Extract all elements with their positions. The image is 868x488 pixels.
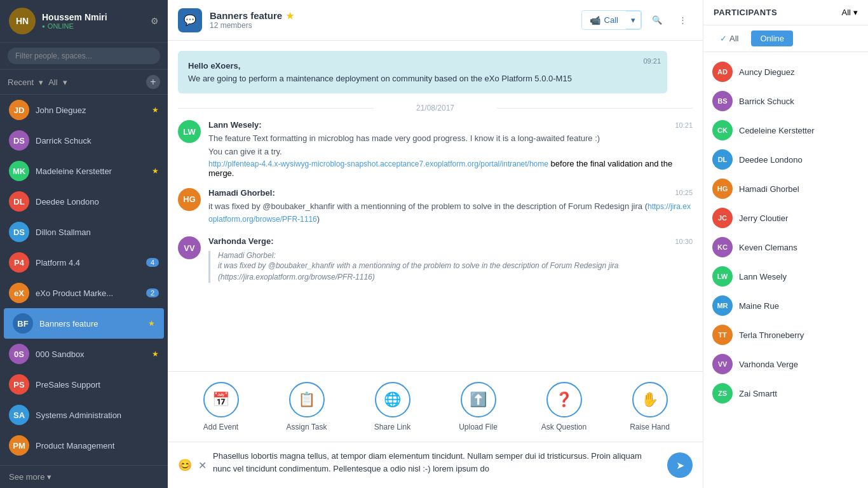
- participant-name: Zai Smartt: [739, 389, 777, 398]
- participant-name: Deedee Londono: [739, 155, 803, 165]
- message-time: 10:21: [675, 121, 693, 129]
- participant-item[interactable]: LW Lann Wesely: [703, 262, 868, 291]
- ask-question-icon: ❓: [546, 382, 582, 417]
- participant-avatar: MR: [712, 295, 733, 316]
- participant-name: Cedeleine Kerstetter: [739, 126, 815, 135]
- message-time: 10:25: [675, 189, 693, 196]
- participant-item[interactable]: KC Keven Clemans: [703, 233, 868, 262]
- share-link-button[interactable]: 🌐 Share Link: [367, 382, 418, 431]
- search-input[interactable]: [8, 48, 160, 64]
- call-dropdown-button[interactable]: ▾: [626, 11, 641, 29]
- call-button[interactable]: 📹 Call: [582, 11, 626, 29]
- sidebar-item-productmgmt[interactable]: PM Product Management: [0, 430, 168, 461]
- chat-input-area: 😊 ✕ ➤: [168, 442, 703, 488]
- sidebar-item-madeleine[interactable]: MK Madeleine Kerstetter ★: [0, 156, 168, 186]
- participants-list: AD Auncy Dieguez BS Barrick Schuck CK Ce…: [703, 52, 868, 488]
- participant-item[interactable]: ZS Zai Smartt: [703, 379, 868, 408]
- sidebar-item-banners[interactable]: BF Banners feature ★: [4, 308, 164, 339]
- send-button[interactable]: ➤: [667, 452, 693, 478]
- sidebar-item-darrick[interactable]: DS Darrick Schuck: [0, 125, 168, 156]
- emoji-button[interactable]: 😊: [178, 458, 192, 472]
- search-chat-button[interactable]: 🔍: [647, 10, 667, 30]
- participant-avatar: VV: [712, 354, 733, 374]
- banner-message: Hello eXoers, We are going to perform a …: [178, 51, 693, 93]
- message-list: Hello eXoers, We are going to perform a …: [168, 41, 703, 371]
- participants-filter-row: ✓ All Online: [703, 25, 868, 52]
- message-body: Hamadi Ghorbel: 10:25 it was fixed by @b…: [208, 188, 693, 227]
- sidebar-item-support[interactable]: ST Support Team: [0, 461, 168, 465]
- quote-text: it was fixed by @boubaker_khanfir with a…: [218, 260, 693, 283]
- filter-online-button[interactable]: Online: [751, 30, 793, 46]
- filter-all-button[interactable]: ✓ All: [711, 30, 747, 46]
- item-name: Systems Administration: [36, 410, 159, 420]
- participant-name: Barrick Schuck: [739, 97, 794, 106]
- item-name: Madeleine Kerstetter: [36, 166, 146, 176]
- item-avatar: SA: [9, 405, 29, 425]
- sidebar-item-john[interactable]: JD John Dieguez ★: [0, 95, 168, 125]
- star-icon: ★: [152, 166, 159, 175]
- participant-item[interactable]: JC Jerry Cloutier: [703, 203, 868, 233]
- see-more-button[interactable]: See more ▾: [0, 465, 168, 488]
- participant-name: Auncy Dieguez: [739, 67, 794, 77]
- avatar: HN: [9, 8, 36, 34]
- upload-file-button[interactable]: ⬆️ Upload File: [453, 382, 504, 431]
- add-event-label: Add Event: [203, 423, 238, 431]
- participants-title: PARTICIPANTS: [714, 8, 777, 17]
- sidebar-item-platform44[interactable]: P4 Platform 4.4 4: [0, 247, 168, 278]
- participant-avatar: HG: [712, 179, 733, 199]
- participant-item[interactable]: AD Auncy Dieguez: [703, 57, 868, 86]
- participant-item[interactable]: CK Cedeleine Kerstetter: [703, 116, 868, 145]
- all-filter[interactable]: All: [48, 78, 57, 87]
- assign-task-button[interactable]: 📋 Assign Task: [281, 382, 332, 431]
- participant-avatar: TT: [712, 325, 733, 345]
- participant-item[interactable]: BS Barrick Schuck: [703, 86, 868, 116]
- recent-filter[interactable]: Recent: [8, 78, 34, 87]
- share-link-icon: 🌐: [375, 382, 410, 417]
- message-link-container: http://plfenteap-4.4.x-wysiwyg-microblog…: [208, 159, 693, 178]
- assign-task-icon: 📋: [289, 382, 325, 417]
- sidebar: HN Houssem Nmiri ONLINE ⚙ Recent ▾ All ▾…: [0, 0, 168, 488]
- participant-item[interactable]: VV Varhonda Verge: [703, 349, 868, 379]
- sidebar-item-presales[interactable]: PS PreSales Support: [0, 369, 168, 400]
- add-event-button[interactable]: 📅 Add Event: [196, 382, 247, 431]
- participant-name: Maine Rue: [739, 301, 779, 311]
- more-options-button[interactable]: ⋮: [672, 10, 693, 30]
- message-input[interactable]: [213, 450, 661, 480]
- message-link[interactable]: http://plfenteap-4.4.x-wysiwyg-microblog…: [208, 159, 548, 168]
- participant-item[interactable]: DL Deedee Londono: [703, 145, 868, 174]
- ask-question-button[interactable]: ❓ Ask Question: [539, 382, 590, 431]
- participant-name: Varhonda Verge: [739, 360, 798, 369]
- settings-icon[interactable]: ⚙: [151, 16, 159, 26]
- participant-name: Hamadi Ghorbel: [739, 184, 799, 194]
- username: Houssem Nmiri: [42, 12, 144, 22]
- sidebar-item-sysadmin[interactable]: SA Systems Administration: [0, 400, 168, 430]
- message-quote: Hamadi Ghorbel: it was fixed by @boubake…: [208, 251, 693, 283]
- channel-avatar: 💬: [178, 8, 202, 32]
- add-conversation-button[interactable]: +: [146, 75, 160, 89]
- star-icon[interactable]: ★: [286, 11, 294, 21]
- participant-avatar: BS: [712, 91, 733, 111]
- sidebar-item-deedee[interactable]: DL Deedee Londono: [0, 186, 168, 217]
- sidebar-item-dillon[interactable]: DS Dillon Stallman: [0, 217, 168, 247]
- message-row: LW Lann Wesely: 10:21 The feature Text f…: [178, 120, 693, 178]
- add-event-icon: 📅: [203, 382, 239, 417]
- item-avatar: JD: [9, 100, 29, 120]
- clear-input-button[interactable]: ✕: [198, 459, 207, 471]
- participant-name: Terla Throneberry: [739, 330, 804, 340]
- participants-panel: PARTICIPANTS All ▾ ✓ All Online AD Auncy…: [703, 0, 868, 488]
- participant-item[interactable]: TT Terla Throneberry: [703, 320, 868, 349]
- ask-question-label: Ask Question: [541, 423, 587, 431]
- participants-filter-dropdown[interactable]: All ▾: [842, 8, 858, 17]
- sidebar-item-exomarket[interactable]: eX eXo Product Marke... 2: [0, 278, 168, 308]
- user-status: ONLINE: [42, 22, 144, 30]
- sidebar-item-sandbox[interactable]: 0S 000 Sandbox ★: [0, 339, 168, 369]
- item-avatar: BF: [13, 313, 33, 334]
- item-avatar: MK: [9, 161, 29, 181]
- participant-avatar: ZS: [712, 383, 733, 403]
- raise-hand-button[interactable]: ✋ Raise Hand: [625, 382, 675, 431]
- share-link-label: Share Link: [374, 423, 410, 431]
- banner-time: 09:21: [643, 57, 661, 65]
- participant-item[interactable]: HG Hamadi Ghorbel: [703, 174, 868, 203]
- channel-info: Banners feature ★ 12 members: [210, 10, 574, 30]
- participant-item[interactable]: MR Maine Rue: [703, 291, 868, 320]
